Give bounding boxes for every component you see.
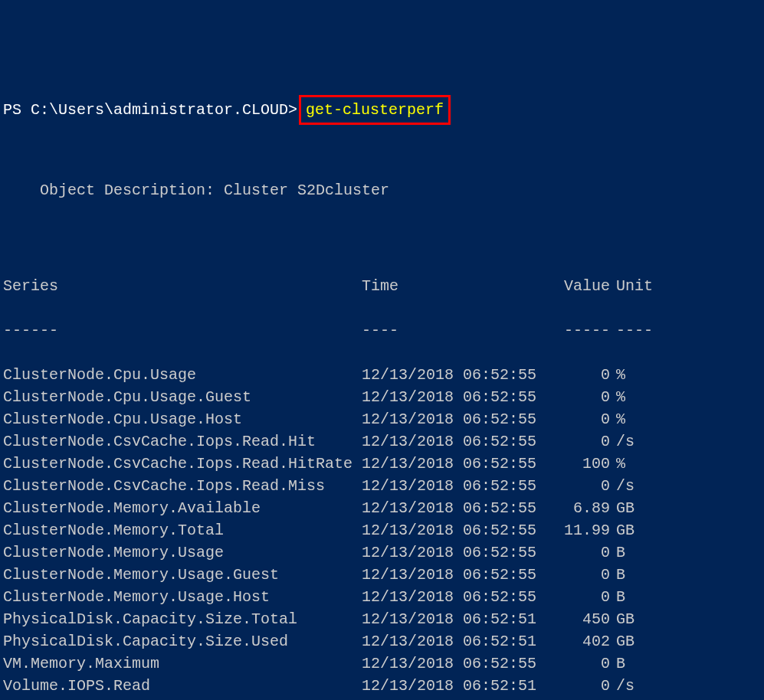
table-row: ClusterNode.Memory.Usage12/13/2018 06:52… (3, 541, 761, 564)
cell-value: 0 (546, 408, 610, 430)
cell-series: ClusterNode.Memory.Available (3, 497, 362, 519)
header-unit: Unit (610, 275, 656, 297)
divider-series: ------ (3, 319, 362, 342)
cell-value: 0 (546, 697, 610, 700)
cell-series: ClusterNode.Cpu.Usage.Host (3, 408, 362, 430)
cell-time: 12/13/2018 06:52:55 (362, 386, 546, 408)
cell-time: 12/13/2018 06:52:55 (362, 408, 546, 430)
cell-value: 100 (546, 453, 610, 475)
cell-series: ClusterNode.Memory.Usage.Host (3, 586, 362, 608)
header-value: Value (546, 275, 610, 297)
cell-time: 12/13/2018 06:52:55 (362, 653, 546, 675)
table-row: ClusterNode.Memory.Usage.Host12/13/2018 … (3, 586, 761, 608)
cell-value: 6.89 (546, 497, 610, 519)
output-table: SeriesTimeValueUnit ------------------- … (3, 253, 761, 700)
table-row: ClusterNode.Cpu.Usage.Host12/13/2018 06:… (3, 408, 761, 430)
cell-time: 12/13/2018 06:52:55 (362, 519, 546, 541)
cell-unit: % (610, 364, 656, 386)
cell-unit: B (610, 586, 656, 608)
cell-series: ClusterNode.CsvCache.Iops.Read.Hit (3, 430, 362, 453)
table-row: ClusterNode.CsvCache.Iops.Read.Miss12/13… (3, 475, 761, 497)
cell-value: 450 (546, 608, 610, 630)
cell-value: 0 (546, 564, 610, 586)
cell-series: Volume.IOPS.Read (3, 675, 362, 697)
table-divider-row: ------------------- (3, 319, 761, 342)
command-input-highlighted[interactable]: get-clusterperf (299, 95, 451, 125)
cell-time: 12/13/2018 06:52:51 (362, 630, 546, 653)
table-row: PhysicalDisk.Capacity.Size.Used12/13/201… (3, 630, 761, 653)
cell-value: 0 (546, 475, 610, 497)
table-row: PhysicalDisk.Capacity.Size.Total12/13/20… (3, 608, 761, 630)
divider-unit: ---- (610, 319, 656, 342)
cell-value: 0 (546, 586, 610, 608)
cell-time: 12/13/2018 06:52:55 (362, 430, 546, 453)
cell-series: ClusterNode.Memory.Usage (3, 541, 362, 564)
object-description: Object Description: Cluster S2Dcluster (3, 179, 761, 201)
cell-time: 12/13/2018 06:52:55 (362, 497, 546, 519)
table-row: ClusterNode.Memory.Available12/13/2018 0… (3, 497, 761, 519)
divider-value: ----- (546, 319, 610, 342)
cell-series: VM.Memory.Maximum (3, 653, 362, 675)
table-header-row: SeriesTimeValueUnit (3, 275, 761, 297)
cell-unit: B (610, 653, 656, 675)
cell-series: ClusterNode.CsvCache.Iops.Read.HitRate (3, 453, 362, 475)
table-row: VM.Memory.Maximum12/13/2018 06:52:550B (3, 653, 761, 675)
cell-series: PhysicalDisk.Capacity.Size.Used (3, 630, 362, 653)
table-row: Volume.IOPS.Total12/13/2018 06:52:510/s (3, 697, 761, 700)
cell-time: 12/13/2018 06:52:55 (362, 564, 546, 586)
cell-time: 12/13/2018 06:52:55 (362, 475, 546, 497)
cell-unit: % (610, 386, 656, 408)
cell-time: 12/13/2018 06:52:51 (362, 675, 546, 697)
cell-time: 12/13/2018 06:52:55 (362, 586, 546, 608)
cell-value: 402 (546, 630, 610, 653)
prompt-prefix: PS C:\Users\administrator.CLOUD> (3, 99, 297, 121)
cell-unit: GB (610, 608, 656, 630)
table-row: ClusterNode.Cpu.Usage12/13/2018 06:52:55… (3, 364, 761, 386)
cell-unit: /s (610, 697, 656, 700)
cell-series: ClusterNode.Memory.Usage.Guest (3, 564, 362, 586)
cell-series: ClusterNode.Cpu.Usage (3, 364, 362, 386)
cell-series: ClusterNode.Memory.Total (3, 519, 362, 541)
cell-unit: /s (610, 475, 656, 497)
cell-unit: GB (610, 497, 656, 519)
cell-unit: B (610, 564, 656, 586)
table-row: ClusterNode.Memory.Usage.Guest12/13/2018… (3, 564, 761, 586)
cell-series: Volume.IOPS.Total (3, 697, 362, 700)
cell-value: 11.99 (546, 519, 610, 541)
cell-unit: /s (610, 430, 656, 453)
table-row: ClusterNode.Cpu.Usage.Guest12/13/2018 06… (3, 386, 761, 408)
cell-series: PhysicalDisk.Capacity.Size.Total (3, 608, 362, 630)
cell-time: 12/13/2018 06:52:55 (362, 453, 546, 475)
table-row: Volume.IOPS.Read12/13/2018 06:52:510/s (3, 675, 761, 697)
header-series: Series (3, 275, 362, 297)
cell-value: 0 (546, 653, 610, 675)
header-time: Time (362, 275, 546, 297)
cell-value: 0 (546, 386, 610, 408)
cell-value: 0 (546, 364, 610, 386)
cell-value: 0 (546, 541, 610, 564)
cell-series: ClusterNode.Cpu.Usage.Guest (3, 386, 362, 408)
cell-unit: GB (610, 630, 656, 653)
table-row: ClusterNode.Memory.Total12/13/2018 06:52… (3, 519, 761, 541)
cell-unit: % (610, 408, 656, 430)
cell-unit: GB (610, 519, 656, 541)
cell-time: 12/13/2018 06:52:51 (362, 608, 546, 630)
cell-value: 0 (546, 430, 610, 453)
cell-value: 0 (546, 675, 610, 697)
cell-unit: % (610, 453, 656, 475)
cell-time: 12/13/2018 06:52:55 (362, 364, 546, 386)
table-row: ClusterNode.CsvCache.Iops.Read.HitRate12… (3, 453, 761, 475)
cell-time: 12/13/2018 06:52:51 (362, 697, 546, 700)
cell-unit: B (610, 541, 656, 564)
cell-unit: /s (610, 675, 656, 697)
prompt-line[interactable]: PS C:\Users\administrator.CLOUD> get-clu… (3, 95, 761, 125)
cell-series: ClusterNode.CsvCache.Iops.Read.Miss (3, 475, 362, 497)
cell-time: 12/13/2018 06:52:55 (362, 541, 546, 564)
divider-time: ---- (362, 319, 546, 342)
table-row: ClusterNode.CsvCache.Iops.Read.Hit12/13/… (3, 430, 761, 453)
